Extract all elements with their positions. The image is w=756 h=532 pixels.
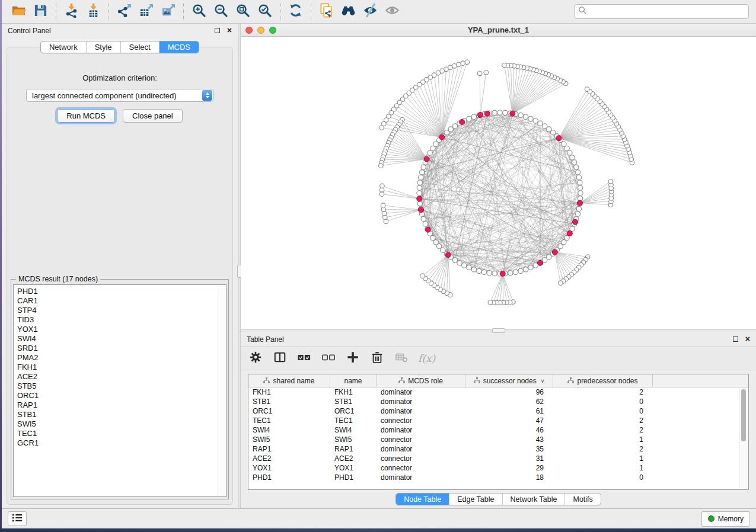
satellite-node[interactable]: [420, 274, 425, 278]
table-cell[interactable]: 0: [553, 407, 653, 415]
satellite-node[interactable]: [488, 300, 493, 305]
table-cell[interactable]: 2: [553, 416, 653, 425]
network-node[interactable]: [570, 226, 575, 231]
mcds-node-item[interactable]: YOX1: [17, 325, 226, 334]
open-session-button[interactable]: [8, 2, 30, 21]
table-cell[interactable]: dominator: [377, 426, 465, 434]
network-node[interactable]: [547, 255, 551, 259]
table-cell[interactable]: RAP1: [330, 445, 377, 453]
table-cell[interactable]: PHD1: [248, 473, 330, 482]
network-node[interactable]: [418, 175, 423, 180]
satellite-node[interactable]: [585, 87, 589, 92]
mcds-hub-node[interactable]: [510, 111, 515, 116]
column-header-MCDS-role[interactable]: MCDS role: [377, 374, 465, 387]
float-panel-icon[interactable]: [733, 336, 738, 342]
network-node[interactable]: [564, 146, 569, 150]
import-table-button[interactable]: [82, 2, 104, 21]
table-cell[interactable]: dominator: [377, 445, 465, 453]
scrollbar-thumb[interactable]: [741, 389, 746, 441]
network-node[interactable]: [430, 235, 435, 240]
mcds-node-item[interactable]: RAP1: [17, 400, 226, 410]
satellite-node[interactable]: [379, 192, 384, 197]
table-scrollbar[interactable]: [739, 388, 747, 488]
network-node[interactable]: [492, 110, 497, 115]
mcds-list-scrollbar[interactable]: [218, 286, 225, 496]
table-cell[interactable]: 47: [465, 416, 553, 425]
table-cell[interactable]: ORC1: [248, 407, 330, 415]
network-node[interactable]: [570, 155, 575, 160]
import-network-button[interactable]: [60, 2, 82, 21]
table-cell[interactable]: FKH1: [248, 388, 330, 396]
close-panel-icon[interactable]: ×: [227, 28, 232, 33]
table-cell[interactable]: 0: [553, 473, 653, 482]
mcds-node-item[interactable]: ACE2: [17, 372, 226, 382]
mcds-node-item[interactable]: STB5: [17, 382, 226, 391]
tab-edge-table[interactable]: Edge Table: [449, 493, 502, 505]
network-node[interactable]: [533, 118, 538, 123]
mcds-hub-node[interactable]: [500, 271, 505, 276]
table-row[interactable]: RAP1RAP1dominator352: [248, 444, 748, 454]
table-cell[interactable]: STB1: [330, 398, 377, 406]
network-node[interactable]: [528, 116, 533, 121]
table-cell[interactable]: 2: [553, 426, 653, 434]
satellite-node[interactable]: [608, 180, 613, 184]
table-cell[interactable]: RAP1: [248, 445, 330, 453]
network-node[interactable]: [487, 271, 492, 275]
mcds-node-item[interactable]: TID3: [17, 315, 226, 325]
table-cell[interactable]: dominator: [377, 398, 465, 406]
zoom-out-button[interactable]: [210, 2, 232, 21]
network-node[interactable]: [513, 270, 518, 274]
table-row[interactable]: FKH1FKH1dominator962: [248, 387, 748, 397]
export-network-button[interactable]: [113, 2, 135, 21]
table-cell[interactable]: 62: [465, 398, 553, 406]
create-column-button[interactable]: [345, 351, 361, 366]
satellite-node[interactable]: [461, 61, 465, 66]
network-node[interactable]: [551, 130, 556, 135]
network-node[interactable]: [452, 258, 457, 262]
column-header-shared-name[interactable]: shared name: [248, 374, 330, 387]
mcds-hub-node[interactable]: [538, 260, 543, 265]
network-node[interactable]: [524, 114, 528, 119]
run-mcds-button[interactable]: Run MCDS: [57, 109, 115, 123]
table-cell[interactable]: 1: [553, 454, 653, 463]
table-cell[interactable]: STB1: [248, 398, 330, 406]
network-node[interactable]: [419, 170, 424, 175]
network-graph[interactable]: [241, 37, 756, 329]
mcds-hub-node[interactable]: [445, 252, 451, 258]
window-maximize-button[interactable]: [269, 27, 276, 34]
window-close-button[interactable]: [245, 27, 253, 34]
table-cell[interactable]: 1: [553, 435, 653, 444]
satellite-node[interactable]: [484, 70, 489, 75]
satellite-node[interactable]: [502, 63, 507, 68]
mcds-node-item[interactable]: STB1: [17, 410, 226, 419]
show-all-button[interactable]: [381, 2, 403, 21]
column-header-predecessor-nodes[interactable]: predecessor nodes: [553, 374, 653, 387]
network-canvas[interactable]: [241, 37, 756, 329]
clone-network-button[interactable]: [315, 2, 337, 21]
splitter-handle[interactable]: [492, 328, 505, 333]
table-cell[interactable]: 35: [465, 445, 553, 453]
network-node[interactable]: [423, 222, 428, 226]
satellite-node[interactable]: [379, 126, 384, 130]
table-mode-button[interactable]: [248, 351, 263, 366]
mcds-hub-node[interactable]: [556, 136, 562, 141]
table-cell[interactable]: 43: [465, 435, 553, 444]
network-node[interactable]: [477, 268, 481, 273]
table-cell[interactable]: 61: [465, 407, 553, 415]
table-cell[interactable]: PHD1: [330, 473, 377, 482]
table-cell[interactable]: 96: [465, 388, 553, 396]
mcds-node-item[interactable]: PHD1: [17, 287, 226, 296]
mcds-hub-node[interactable]: [439, 134, 445, 140]
network-node[interactable]: [421, 217, 426, 222]
network-node[interactable]: [467, 116, 471, 121]
network-node[interactable]: [576, 175, 581, 180]
mcds-node-item[interactable]: STP4: [17, 306, 226, 315]
table-cell[interactable]: dominator: [377, 473, 465, 482]
table-row[interactable]: SWI4SWI4dominator462: [248, 425, 748, 435]
table-cell[interactable]: SWI5: [248, 435, 330, 444]
mcds-node-item[interactable]: ORC1: [17, 391, 226, 400]
mcds-node-item[interactable]: SWI4: [17, 334, 226, 344]
network-search-box[interactable]: [574, 4, 749, 19]
hide-selected-button[interactable]: [359, 2, 381, 21]
mcds-hub-node[interactable]: [478, 113, 483, 118]
